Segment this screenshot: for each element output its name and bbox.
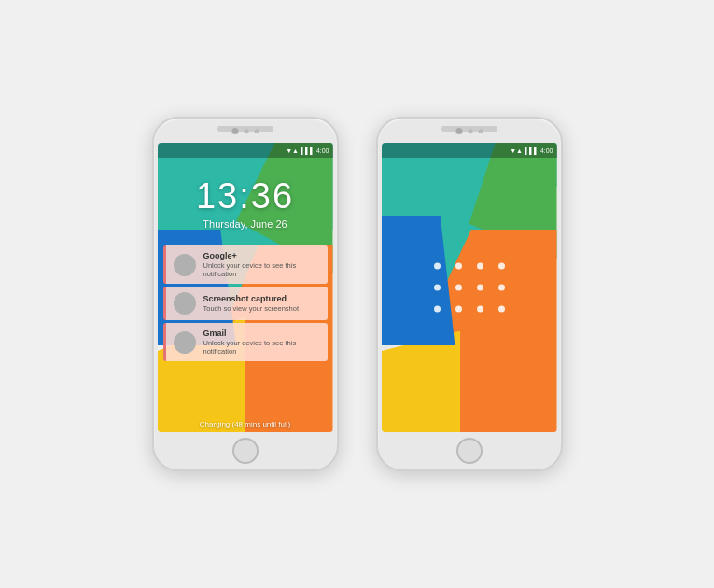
speaker-dot-3 — [468, 129, 472, 133]
pin-dot-10 — [455, 306, 462, 313]
notifications-list: Google+ Unlock your device to see this n… — [158, 239, 333, 420]
pin-dot-2 — [455, 263, 462, 270]
wallpaper2-yellow — [382, 331, 461, 433]
notif-sub-screenshot: Touch so view your screenshot — [203, 304, 320, 313]
pin-dot-11 — [477, 306, 483, 313]
speaker-dot-2 — [254, 129, 259, 133]
notif-icon-gmail — [174, 331, 196, 354]
notif-icon-googleplus — [174, 254, 196, 276]
phone2-screen: ▼▲ ▌▌▌ 4:00 — [382, 143, 557, 432]
status-icons-1: ▼▲ ▌▌▌ 4:00 — [286, 147, 329, 154]
notif-text-googleplus: Google+ Unlock your device to see this n… — [203, 251, 320, 278]
notification-googleplus[interactable]: Google+ Unlock your device to see this n… — [163, 245, 328, 284]
camera-dot — [231, 128, 238, 134]
notif-sub-googleplus: Unlock your device to see this notificat… — [203, 261, 320, 278]
pin-dot-6 — [455, 285, 462, 291]
speaker-dot-1 — [244, 129, 248, 133]
notif-sub-gmail: Unlock your device to see this notificat… — [203, 339, 320, 356]
notif-text-screenshot: Screenshot captured Touch so view your s… — [203, 294, 320, 313]
pin-dot-1 — [434, 263, 441, 270]
home-button-1[interactable] — [232, 438, 259, 464]
notif-title-screenshot: Screenshot captured — [203, 294, 320, 303]
camera-dot-2 — [455, 128, 462, 134]
wifi-icon: ▼▲ — [286, 147, 299, 154]
signal-icon: ▌▌▌ — [301, 147, 315, 154]
notif-text-gmail: Gmail Unlock your device to see this not… — [203, 329, 320, 356]
phone2-top-sensors — [455, 128, 483, 134]
charging-status: Charging (48 mins until full) — [158, 420, 333, 432]
status-bar-2: ▼▲ ▌▌▌ 4:00 — [382, 143, 557, 158]
speaker-dot-4 — [478, 129, 483, 133]
notif-icon-screenshot — [174, 292, 196, 315]
pin-dot-5 — [434, 285, 441, 291]
time-area: 13:36 Thursday, June 26 — [158, 158, 333, 239]
notification-screenshot[interactable]: Screenshot captured Touch so view your s… — [163, 287, 328, 320]
pin-dot-9 — [434, 306, 441, 313]
status-bar-1: ▼▲ ▌▌▌ 4:00 — [158, 143, 333, 158]
status-icons-2: ▼▲ ▌▌▌ 4:00 — [510, 147, 553, 154]
phone1-top-sensors — [231, 128, 259, 134]
notif-title-gmail: Gmail — [203, 329, 320, 338]
pin-dot-3 — [477, 263, 483, 270]
battery-icon: 4:00 — [316, 147, 329, 154]
time-display: 13:36 — [158, 176, 333, 217]
home-button-2[interactable] — [456, 438, 483, 464]
phone1-screen: ▼▲ ▌▌▌ 4:00 13:36 Thursday, June 26 Goog… — [158, 143, 333, 432]
notification-gmail[interactable]: Gmail Unlock your device to see this not… — [163, 323, 328, 361]
phone-1: ▼▲ ▌▌▌ 4:00 13:36 Thursday, June 26 Goog… — [152, 117, 339, 471]
lock-screen-content: 13:36 Thursday, June 26 Google+ Unlock y… — [158, 158, 333, 432]
pin-dot-8 — [498, 285, 505, 291]
notif-title-googleplus: Google+ — [203, 251, 320, 260]
pin-dot-12 — [498, 306, 505, 313]
signal-icon-2: ▌▌▌ — [525, 147, 539, 154]
pin-dot-grid[interactable] — [425, 254, 514, 322]
pin-dot-4 — [498, 263, 505, 270]
pin-dot-7 — [477, 285, 483, 291]
wifi-icon-2: ▼▲ — [510, 147, 523, 154]
phone-2: ▼▲ ▌▌▌ 4:00 — [376, 117, 563, 471]
battery-icon-2: 4:00 — [540, 147, 553, 154]
date-display: Thursday, June 26 — [158, 218, 333, 230]
